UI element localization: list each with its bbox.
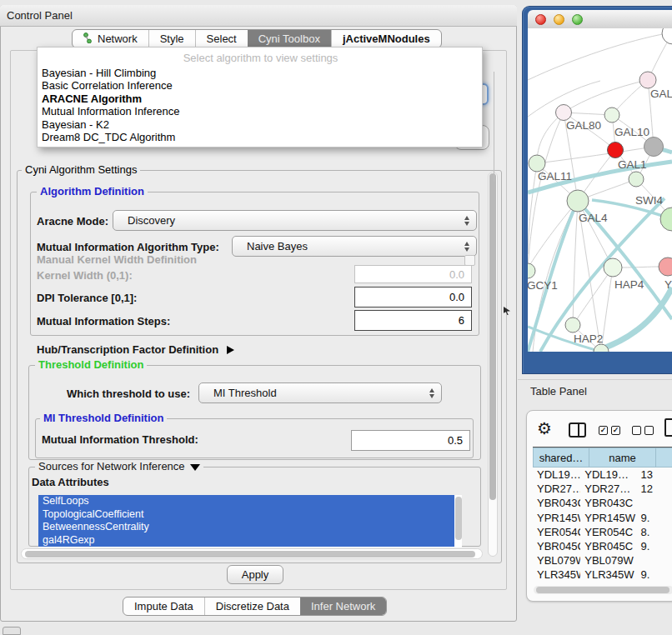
network-node-gal4[interactable] xyxy=(567,190,589,212)
tab-impute-data[interactable]: Impute Data xyxy=(123,598,204,615)
aracne-mode-select[interactable]: Discovery xyxy=(113,210,477,231)
table-cell: YBL079W xyxy=(533,554,580,567)
scrollbar-thumb[interactable] xyxy=(25,551,475,558)
network-node-gal11[interactable] xyxy=(529,155,545,172)
table-cell: YBR043C xyxy=(580,497,636,509)
node-label: GAL10 xyxy=(614,126,649,138)
zoom-window-icon[interactable] xyxy=(572,14,583,25)
algorithm-option[interactable]: Dream8 DC_TDC Algorithm xyxy=(39,131,482,143)
table-row[interactable]: YDR27…YDR27…12 xyxy=(533,482,672,496)
network-node-swi4[interactable] xyxy=(660,208,672,231)
node-label: GAL11 xyxy=(538,170,572,182)
mi-type-label: Mutual Information Algorithm Type: xyxy=(37,241,219,253)
network-window-titlebar[interactable] xyxy=(528,10,672,28)
network-node[interactable] xyxy=(662,28,672,44)
network-node[interactable] xyxy=(629,172,644,187)
tab-network[interactable]: Network xyxy=(73,30,148,48)
mi-threshold-field[interactable]: 0.5 xyxy=(351,430,470,451)
node-label: GCY1 xyxy=(528,279,558,292)
network-node-gal10[interactable] xyxy=(604,108,619,122)
network-view-canvas[interactable]: GALGAL80GAL10GAL1GAL11GAL4SWI4GCY1HAP4YH… xyxy=(528,28,672,352)
algorithm-option[interactable]: Basic Correlation Inference xyxy=(39,79,482,92)
attribute-item-selected[interactable]: BetweennessCentrality xyxy=(38,521,454,534)
table-cell: YDL19… xyxy=(580,468,636,481)
table-row[interactable]: YER054CYER054C8. xyxy=(533,525,672,539)
algorithm-option[interactable]: ARACNE Algorithm xyxy=(39,92,482,105)
data-attributes-list[interactable]: SelfLoopsTopologicalCoefficientBetweenne… xyxy=(38,495,462,548)
table-row[interactable]: YIL052CYIL052C9. xyxy=(533,582,672,586)
table-cell: YLR345W xyxy=(533,568,580,581)
table-cell: 8. xyxy=(636,526,672,538)
tab-style[interactable]: Style xyxy=(148,30,195,48)
tab-select[interactable]: Select xyxy=(195,30,248,48)
table-row[interactable]: YBL079WYBL079W xyxy=(533,553,672,568)
table-row[interactable]: YBR045CYBR045C9. xyxy=(533,539,672,553)
tab-cyni-toolbox[interactable]: Cyni Toolbox xyxy=(248,30,331,48)
algorithm-definition-title: Algorithm Definition xyxy=(37,186,148,198)
checked-checkbox-icon[interactable]: ✓ xyxy=(599,426,608,435)
scrollbar-thumb[interactable] xyxy=(489,173,496,500)
algorithm-list: Bayesian - Hill ClimbingBasic Correlatio… xyxy=(39,67,482,143)
network-node-gal[interactable] xyxy=(639,72,656,88)
network-node-hap2[interactable] xyxy=(565,318,580,332)
threshold-definition-title: Threshold Definition xyxy=(35,359,147,371)
panel-tabbar: Network Style Select Cyni Toolbox jActiv… xyxy=(72,29,442,48)
column-header[interactable]: A xyxy=(656,448,672,468)
table-row[interactable]: YPR145WYPR145W9. xyxy=(533,511,672,525)
tab-infer-network[interactable]: Infer Network xyxy=(300,598,386,615)
minimized-panel-icon[interactable] xyxy=(3,627,21,635)
network-node-gal80[interactable] xyxy=(556,105,572,121)
network-node-hap4[interactable] xyxy=(604,258,622,277)
which-threshold-select[interactable]: MI Threshold xyxy=(198,382,442,403)
tab-discretize-data[interactable]: Discretize Data xyxy=(204,598,300,615)
sources-group-title[interactable]: Sources for Network Inference xyxy=(35,461,203,472)
hub-definition-toggle[interactable]: Hub/Transcription Factor Definition xyxy=(37,343,234,356)
table-cell: 13 xyxy=(636,468,672,481)
network-nodes[interactable]: GALGAL80GAL10GAL1GAL11GAL4SWI4GCY1HAP4YH… xyxy=(528,28,672,352)
scrollbar-thumb[interactable] xyxy=(536,587,669,593)
kernel-width-field[interactable]: 0.0 xyxy=(354,265,472,283)
attributes-scrollbar-thumb[interactable] xyxy=(455,497,462,540)
mi-threshold-group-title: MI Threshold Definition xyxy=(40,412,167,424)
algorithm-option[interactable]: Bayesian - K2 xyxy=(39,118,482,131)
checked-checkbox-icon[interactable]: ✓ xyxy=(611,426,620,435)
algorithm-option[interactable]: Mutual Information Inference xyxy=(39,105,482,118)
table-row[interactable]: YDL19…YDL19…13 xyxy=(533,468,672,482)
tab-network-label: Network xyxy=(98,32,138,45)
node-label: Y xyxy=(664,278,672,291)
table-horizontal-scrollbar[interactable] xyxy=(534,586,672,594)
split-columns-icon[interactable] xyxy=(569,422,586,438)
minimize-window-icon[interactable] xyxy=(554,14,564,25)
attribute-item-selected[interactable]: SelfLoops xyxy=(38,495,454,508)
document-icon[interactable] xyxy=(664,418,672,437)
unchecked-checkbox-icon[interactable] xyxy=(632,426,641,435)
spinner-icon xyxy=(464,242,469,252)
network-node-gcy1[interactable] xyxy=(528,263,535,278)
attribute-item-selected[interactable]: gal4RGexp xyxy=(38,534,454,548)
algorithm-option[interactable]: Bayesian - Hill Climbing xyxy=(39,67,482,79)
table-row[interactable]: YBR043CYBR043C xyxy=(533,496,672,510)
close-window-icon[interactable] xyxy=(535,14,546,25)
mi-type-select[interactable]: Naive Bayes xyxy=(232,236,477,257)
apply-button[interactable]: Apply xyxy=(227,565,283,584)
table-row[interactable]: YLR345WYLR345W9. xyxy=(533,568,672,582)
table-header-row: shared…nameA xyxy=(533,448,672,468)
dpi-tolerance-field[interactable]: 0.0 xyxy=(354,287,472,308)
network-node-y[interactable] xyxy=(659,258,672,276)
settings-horizontal-scrollbar[interactable] xyxy=(21,548,483,559)
table-cell: 9. xyxy=(636,512,672,524)
network-node-gal1[interactable] xyxy=(608,142,624,158)
settings-vertical-scrollbar[interactable] xyxy=(488,172,498,557)
spinner-icon xyxy=(464,216,469,226)
bottom-tabbar: Impute Data Discretize Data Infer Networ… xyxy=(123,597,387,616)
network-node[interactable] xyxy=(644,138,664,157)
table-cell: YIL052C xyxy=(580,583,636,585)
table-body: YDL19…YDL19…13YDR27…YDR27…12YBR043CYBR04… xyxy=(533,468,672,585)
column-header[interactable]: shared… xyxy=(533,448,589,468)
mi-steps-field[interactable]: 6 xyxy=(354,310,472,331)
tab-jactivemnodules[interactable]: jActiveMNodules xyxy=(331,30,441,48)
gear-icon[interactable]: ⚙ xyxy=(537,420,552,437)
unchecked-checkbox-icon[interactable] xyxy=(644,426,654,435)
attribute-item-selected[interactable]: TopologicalCoefficient xyxy=(38,508,454,522)
column-header[interactable]: name xyxy=(589,448,656,468)
